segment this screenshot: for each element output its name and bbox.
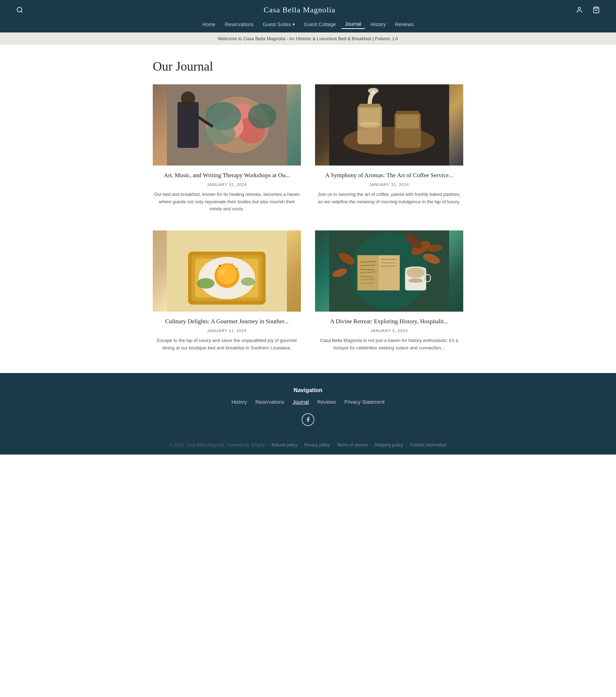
footer-nav-title: Navigation [7,387,609,393]
copyright: © 2024, Casa Bella Magnolia [169,443,224,447]
article-title: Art, Music, and Writing Therapy Workshop… [153,171,301,180]
svg-point-36 [231,263,233,265]
article-excerpt: Casa Bella Magnolia is not just a haven … [315,337,463,352]
svg-point-61 [409,278,423,283]
svg-rect-23 [396,114,419,128]
search-button[interactable] [14,4,25,16]
page-title: Our Journal [153,59,463,74]
site-header: Casa Bella Magnolia Home [0,0,616,32]
nav-journal[interactable]: Journal [342,20,365,29]
article-image [315,84,463,166]
article-date: JANUARY 31, 2024 [315,182,463,187]
article-grid: Art, Music, and Writing Therapy Workshop… [153,84,463,352]
footer-nav-reviews[interactable]: Reviews [317,399,336,405]
article-card[interactable]: A Divine Retreat: Exploring History, Hos… [315,230,463,351]
nav-history[interactable]: History [367,20,389,29]
site-title: Casa Bella Magnolia [264,5,336,14]
nav-guest-cottage[interactable]: Guest Cottage [301,20,339,29]
svg-point-13 [181,91,195,106]
account-button[interactable] [574,4,585,16]
footer-social [7,413,609,426]
article-image [153,84,301,166]
svg-point-20 [359,122,380,128]
footer-nav-history[interactable]: History [231,399,247,405]
nav-guest-suites[interactable]: Guest Suites ▾ [259,20,298,29]
article-date: JANUARY 11, 2024 [153,329,301,333]
footer-nav-reservations[interactable]: Reservations [255,399,284,405]
announcement-bar: Welcome to Casa Bella Magnolia - An Hist… [0,32,616,45]
footer-bottom: © 2024, Casa Bella Magnolia Powered by S… [7,437,609,447]
dropdown-chevron-icon: ▾ [292,22,295,27]
header-left-icons [14,4,25,16]
article-date: JANUARY 31, 2024 [153,182,301,187]
svg-point-2 [578,7,581,10]
header-right-icons [574,4,602,16]
article-image [153,230,301,312]
svg-line-1 [21,11,23,13]
footer-refund-link[interactable]: Refund policy [272,443,297,447]
svg-point-31 [217,265,237,284]
footer-shipping-link[interactable]: Shipping policy [375,443,403,447]
svg-point-16 [343,127,435,155]
svg-point-10 [248,104,276,128]
svg-rect-48 [379,255,400,290]
article-excerpt: Our bed and breakfast, known for its hea… [153,191,301,213]
facebook-icon[interactable] [302,413,314,426]
svg-rect-12 [177,102,199,148]
footer-terms-link[interactable]: Terms of service [337,443,368,447]
article-excerpt: Escape to the lap of luxury and savor th… [153,337,301,352]
main-content: Our Journal [146,45,470,373]
footer-nav: History Reservations Journal Reviews Pri… [7,399,609,405]
svg-point-32 [220,269,225,275]
article-image [315,230,463,312]
svg-point-37 [237,268,238,269]
nav-reservations[interactable]: Reservations [221,20,257,29]
article-card[interactable]: Art, Music, and Writing Therapy Workshop… [153,84,301,213]
main-nav: Home Reservations Guest Suites ▾ Guest C… [14,20,602,32]
footer-privacy-link[interactable]: Privacy policy [304,443,330,447]
cart-button[interactable] [591,4,602,16]
article-excerpt: Join us in savoring the art of coffee, p… [315,191,463,206]
site-footer: Navigation History Reservations Journal … [0,373,616,455]
article-title: A Symphony of Aromas: The Art of Coffee … [315,171,463,180]
article-card[interactable]: Culinary Delights: A Gourmet Journey in … [153,230,301,351]
footer-nav-privacy[interactable]: Privacy Statement [344,399,385,405]
nav-reviews[interactable]: Reviews [392,20,417,29]
footer-nav-journal[interactable]: Journal [292,399,309,405]
svg-point-63 [406,268,425,278]
svg-point-0 [17,7,22,12]
nav-home[interactable]: Home [199,20,219,29]
article-title: Culinary Delights: A Gourmet Journey in … [153,317,301,326]
svg-point-35 [219,265,221,267]
article-date: JANUARY 5, 2024 [315,329,463,333]
article-card[interactable]: A Symphony of Aromas: The Art of Coffee … [315,84,463,213]
svg-point-33 [197,278,215,289]
svg-point-34 [241,277,255,286]
svg-point-24 [368,88,379,94]
article-title: A Divine Retreat: Exploring History, Hos… [315,317,463,326]
svg-point-11 [204,123,236,144]
footer-contact-link[interactable]: Contact information [410,443,447,447]
